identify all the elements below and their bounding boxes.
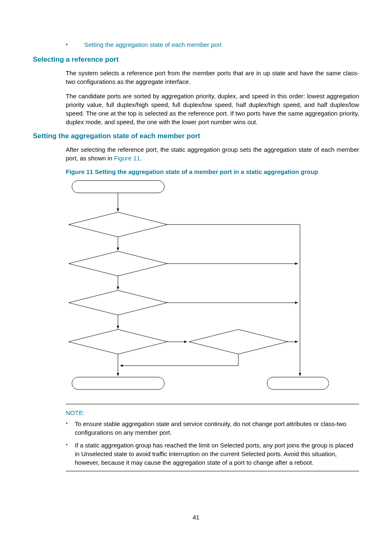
svg-marker-1 (69, 212, 167, 237)
note-block: NOTE: To ensure stable aggregation state… (66, 404, 359, 471)
figure-caption: Figure 11 Setting the aggregation state … (66, 168, 359, 175)
paragraph: The system selects a reference port from… (66, 69, 359, 86)
svg-marker-11 (69, 329, 167, 354)
note-item: To ensure stable aggregation state and s… (66, 419, 359, 437)
toc-link[interactable]: Setting the aggregation state of each me… (84, 41, 221, 48)
toc-bullet: Setting the aggregation state of each me… (66, 41, 359, 48)
document-page: Setting the aggregation state of each me… (0, 0, 392, 533)
paragraph-text: After selecting the reference port, the … (66, 146, 359, 162)
section-heading-selecting: Selecting a reference port (33, 56, 359, 64)
svg-marker-8 (69, 290, 167, 315)
figure-link[interactable]: Figure 11 (114, 155, 140, 162)
section-heading-setting-state: Setting the aggregation state of each me… (33, 132, 359, 140)
note-title: NOTE: (66, 408, 359, 417)
svg-marker-5 (69, 251, 167, 276)
note-item: If a static aggregation group has reache… (66, 441, 359, 467)
paragraph: The candidate ports are sorted by aggreg… (66, 92, 359, 126)
page-number: 41 (0, 514, 392, 521)
paragraph-text: . (140, 155, 142, 162)
svg-marker-13 (189, 329, 288, 354)
flowchart-diagram (66, 178, 329, 396)
paragraph: After selecting the reference port, the … (66, 145, 359, 162)
